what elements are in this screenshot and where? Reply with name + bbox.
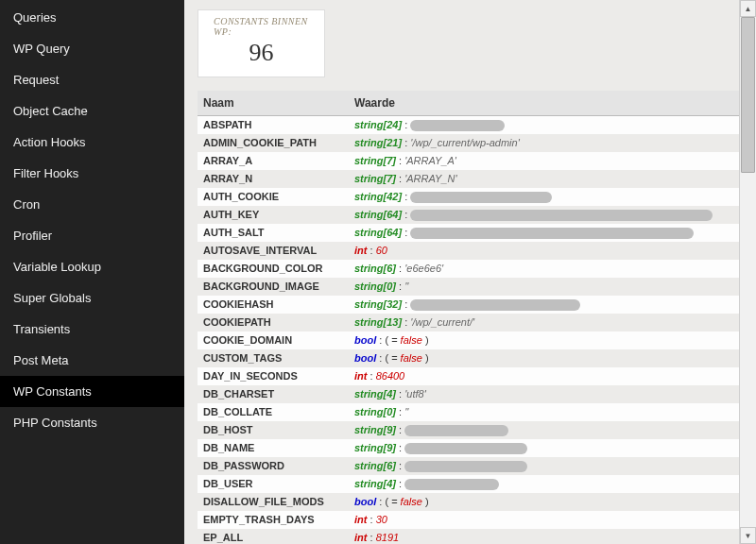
const-name: BACKGROUND_COLOR [198,260,349,278]
const-name: DB_CHARSET [198,385,349,403]
table-row: COOKIE_DOMAINbool : ( = false ) [198,332,750,349]
const-name: BACKGROUND_IMAGE [198,278,349,296]
const-value: string[21] : '/wp/_current/wp-admin' [349,134,750,152]
table-row: ARRAY_Nstring[7] : 'ARRAY_N' [198,170,750,188]
const-name: ARRAY_N [198,170,349,188]
const-name: CUSTOM_TAGS [198,349,349,367]
const-value: string[6] : 'e6e6e6' [349,260,750,278]
const-name: ABSPATH [198,116,349,135]
const-value: string[7] : 'ARRAY_N' [349,170,750,188]
table-row: DB_HOSTstring[9] : [198,421,750,439]
const-value: string[7] : 'ARRAY_A' [349,152,750,170]
const-name: DB_PASSWORD [198,457,349,475]
const-value: string[9] : [349,439,750,457]
const-name: DAY_IN_SECONDS [198,367,349,385]
const-name: COOKIEPATH [198,314,349,332]
const-value: bool : ( = false ) [349,493,750,511]
const-value: string[9] : [349,421,750,439]
redacted-value [404,479,499,490]
scroll-thumb[interactable] [741,17,755,173]
scroll-up-button[interactable]: ▲ [740,0,756,17]
table-row: COOKIEPATHstring[13] : '/wp/_current/' [198,314,750,332]
const-value: string[0] : '' [349,278,750,296]
const-value: string[64] : [349,206,750,224]
sidebar-item-object-cache[interactable]: Object Cache [0,95,184,127]
table-row: DB_USERstring[4] : [198,475,750,493]
table-row: DISALLOW_FILE_MODSbool : ( = false ) [198,493,750,511]
table-row: DB_PASSWORDstring[6] : [198,457,750,475]
redacted-value [410,192,552,203]
table-row: EMPTY_TRASH_DAYSint : 30 [198,511,750,529]
redacted-value [410,120,505,131]
const-value: bool : ( = false ) [349,332,750,349]
const-value: int : 8191 [349,529,750,544]
sidebar: QueriesWP QueryRequestObject CacheAction… [0,0,184,544]
sidebar-item-transients[interactable]: Transients [0,314,184,345]
table-row: AUTOSAVE_INTERVALint : 60 [198,242,750,260]
const-value: string[4] : [349,475,750,493]
const-value: string[4] : 'utf8' [349,385,750,403]
redacted-value [410,299,580,311]
col-header-name: Naam [198,91,349,116]
table-row: ADMIN_COOKIE_PATHstring[21] : '/wp/_curr… [198,134,750,152]
redacted-value [404,443,527,454]
const-value: int : 60 [349,242,750,260]
table-row: ABSPATHstring[24] : [198,116,750,135]
sidebar-item-request[interactable]: Request [0,64,184,95]
const-value: int : 30 [349,511,750,529]
scroll-down-button[interactable]: ▼ [740,527,756,544]
table-row: COOKIEHASHstring[32] : [198,296,750,314]
table-row: CUSTOM_TAGSbool : ( = false ) [198,349,750,367]
const-value: string[24] : [349,116,750,135]
const-value: string[13] : '/wp/_current/' [349,314,750,332]
const-value: bool : ( = false ) [349,349,750,367]
col-header-value: Waarde [349,91,750,116]
const-name: AUTH_KEY [198,206,349,224]
sidebar-item-php-constants[interactable]: PHP Constants [0,407,184,438]
const-name: AUTOSAVE_INTERVAL [198,242,349,260]
sidebar-item-wp-query[interactable]: WP Query [0,33,184,64]
counter-label: CONSTANTS BINNEN WP: [206,16,317,37]
table-row: AUTH_SALTstring[64] : [198,224,750,242]
constants-table: Naam Waarde ABSPATHstring[24] : ADMIN_CO… [198,91,750,544]
const-value: string[64] : [349,224,750,242]
table-row: DB_NAMEstring[9] : [198,439,750,457]
const-name: COOKIE_DOMAIN [198,332,349,349]
table-row: EP_ALLint : 8191 [198,529,750,544]
counter-value: 96 [206,37,317,67]
sidebar-item-post-meta[interactable]: Post Meta [0,345,184,376]
const-name: AUTH_COOKIE [198,188,349,206]
const-name: DB_USER [198,475,349,493]
table-row: BACKGROUND_COLORstring[6] : 'e6e6e6' [198,260,750,278]
const-name: AUTH_SALT [198,224,349,242]
redacted-value [410,228,694,239]
const-name: DB_HOST [198,421,349,439]
const-value: string[6] : [349,457,750,475]
const-name: EMPTY_TRASH_DAYS [198,511,349,529]
sidebar-item-super-globals[interactable]: Super Globals [0,282,184,314]
sidebar-item-wp-constants[interactable]: WP Constants [0,376,184,407]
const-name: COOKIEHASH [198,296,349,314]
sidebar-item-cron[interactable]: Cron [0,189,184,220]
table-row: DB_COLLATEstring[0] : '' [198,403,750,421]
main-panel: CONSTANTS BINNEN WP: 96 Naam Waarde ABSP… [184,0,756,544]
sidebar-item-action-hooks[interactable]: Action Hooks [0,127,184,158]
const-name: DB_COLLATE [198,403,349,421]
const-value: string[0] : '' [349,403,750,421]
redacted-value [410,210,713,221]
redacted-value [404,461,527,472]
table-row: AUTH_KEYstring[64] : [198,206,750,224]
sidebar-item-filter-hooks[interactable]: Filter Hooks [0,158,184,189]
const-value: string[42] : [349,188,750,206]
vertical-scrollbar[interactable]: ▲ ▼ [739,0,756,544]
scroll-track[interactable] [740,17,756,527]
table-row: DAY_IN_SECONDSint : 86400 [198,367,750,385]
const-name: ARRAY_A [198,152,349,170]
table-row: AUTH_COOKIEstring[42] : [198,188,750,206]
const-name: ADMIN_COOKIE_PATH [198,134,349,152]
sidebar-item-queries[interactable]: Queries [0,2,184,33]
table-row: BACKGROUND_IMAGEstring[0] : '' [198,278,750,296]
const-name: DISALLOW_FILE_MODS [198,493,349,511]
sidebar-item-profiler[interactable]: Profiler [0,220,184,251]
sidebar-item-variable-lookup[interactable]: Variable Lookup [0,251,184,282]
